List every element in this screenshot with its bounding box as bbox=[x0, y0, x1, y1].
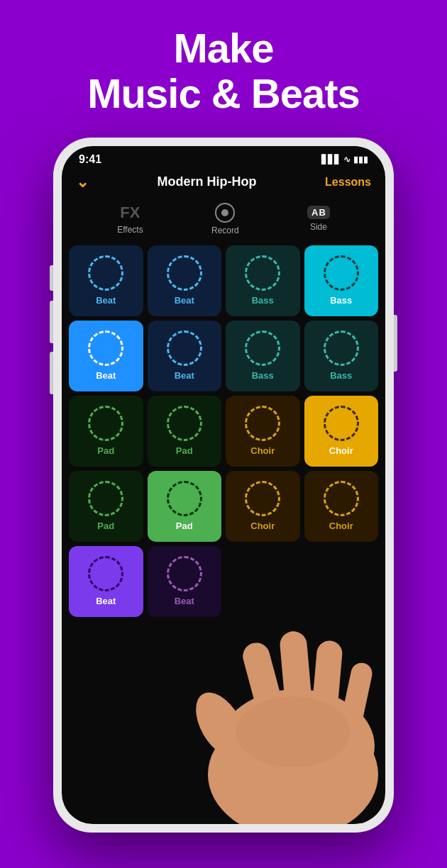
pad-pad-2[interactable]: Pad bbox=[148, 396, 222, 467]
battery-icon: ▮▮▮ bbox=[353, 155, 368, 165]
pad-circle-17 bbox=[88, 556, 123, 591]
pad-circle-12 bbox=[324, 406, 359, 441]
pad-circle-4 bbox=[324, 255, 359, 291]
side-label: Side bbox=[310, 222, 327, 232]
toolbar-side[interactable]: A B Side bbox=[307, 206, 330, 232]
pad-bass-2[interactable]: Bass bbox=[304, 245, 379, 316]
pad-circle-6 bbox=[167, 330, 202, 366]
pad-circle-18 bbox=[167, 556, 202, 591]
pad-circle-13 bbox=[88, 481, 123, 516]
pad-pad-3[interactable]: Pad bbox=[69, 471, 143, 542]
toolbar-effects[interactable]: FX Effects bbox=[117, 204, 143, 235]
pad-label-16: Choir bbox=[329, 521, 353, 531]
pad-label-11: Choir bbox=[250, 445, 275, 456]
svg-point-7 bbox=[236, 696, 350, 767]
pad-choir-2[interactable]: Choir bbox=[304, 396, 379, 467]
pad-circle-11 bbox=[245, 406, 280, 441]
nav-lessons-button[interactable]: Lessons bbox=[325, 176, 371, 189]
pad-circle-7 bbox=[245, 330, 280, 366]
nav-chevron-button[interactable]: ⌄ bbox=[76, 173, 89, 191]
toolbar-record[interactable]: Record bbox=[211, 203, 239, 235]
pad-beat-2[interactable]: Beat bbox=[148, 245, 222, 316]
svg-rect-5 bbox=[337, 661, 374, 742]
pad-beat-1[interactable]: Beat bbox=[69, 245, 143, 316]
svg-point-6 bbox=[219, 689, 375, 803]
pad-choir-1[interactable]: Choir bbox=[226, 396, 300, 467]
pad-circle-5 bbox=[88, 330, 123, 366]
pad-bass-4[interactable]: Bass bbox=[304, 321, 379, 391]
toolbar: FX Effects Record A B Side bbox=[62, 199, 385, 245]
wifi-icon: ∿ bbox=[343, 155, 351, 165]
status-time: 9:41 bbox=[79, 153, 101, 166]
phone-screen: 9:41 ▋▋▋ ∿ ▮▮▮ ⌄ Modern Hip-Hop Lessons … bbox=[62, 146, 385, 824]
pad-bass-3[interactable]: Bass bbox=[226, 321, 300, 391]
pad-circle-14 bbox=[167, 481, 202, 516]
pad-beat-purple-1[interactable]: Beat bbox=[69, 546, 143, 617]
pad-label-9: Pad bbox=[97, 445, 114, 456]
pad-circle-3 bbox=[245, 255, 280, 291]
svg-rect-4 bbox=[310, 640, 343, 734]
svg-point-0 bbox=[208, 711, 378, 824]
pad-label-8: Bass bbox=[330, 370, 352, 381]
pad-label-18: Beat bbox=[175, 596, 194, 606]
pad-beat-4[interactable]: Beat bbox=[148, 321, 222, 391]
svg-rect-3 bbox=[279, 630, 314, 731]
pad-label-15: Choir bbox=[250, 521, 275, 531]
ab-icon: A B bbox=[307, 206, 330, 219]
svg-point-1 bbox=[186, 684, 255, 765]
pad-circle-9 bbox=[88, 406, 123, 441]
pad-pad-4[interactable]: Pad bbox=[148, 471, 222, 542]
pad-circle-10 bbox=[167, 406, 202, 441]
pad-label-5: Beat bbox=[96, 370, 116, 381]
pad-grid: Beat Beat Bass Bass Beat bbox=[62, 245, 385, 617]
side-button-mute bbox=[50, 265, 53, 291]
header-line2: Music & Beats bbox=[87, 70, 359, 116]
side-button-power bbox=[394, 315, 397, 372]
signal-icon: ▋▋▋ bbox=[321, 155, 341, 165]
side-button-volume-down bbox=[50, 352, 53, 394]
phone-frame: 9:41 ▋▋▋ ∿ ▮▮▮ ⌄ Modern Hip-Hop Lessons … bbox=[53, 138, 394, 833]
header-title: Make Music & Beats bbox=[0, 0, 447, 130]
pad-label-7: Bass bbox=[252, 370, 274, 381]
status-icons: ▋▋▋ ∿ ▮▮▮ bbox=[321, 155, 368, 165]
nav-title: Modern Hip-Hop bbox=[158, 174, 257, 189]
record-label: Record bbox=[211, 226, 239, 235]
pad-beat-purple-2[interactable]: Beat bbox=[148, 546, 222, 617]
pad-label-2: Beat bbox=[175, 295, 194, 306]
record-dot bbox=[221, 209, 228, 216]
notch bbox=[174, 146, 273, 166]
svg-rect-2 bbox=[240, 640, 289, 735]
pad-label-13: Pad bbox=[97, 521, 114, 531]
pad-label-3: Bass bbox=[252, 295, 274, 306]
pad-circle-15 bbox=[245, 481, 280, 516]
pad-circle-2 bbox=[167, 255, 202, 291]
pad-beat-3[interactable]: Beat bbox=[69, 321, 143, 391]
pad-circle-8 bbox=[324, 330, 359, 366]
effects-label: Effects bbox=[117, 225, 143, 235]
pad-label-10: Pad bbox=[176, 445, 193, 456]
pad-choir-4[interactable]: Choir bbox=[304, 471, 379, 542]
pad-circle-16 bbox=[324, 481, 359, 516]
pad-pad-1[interactable]: Pad bbox=[69, 396, 143, 467]
nav-bar: ⌄ Modern Hip-Hop Lessons bbox=[62, 169, 385, 199]
pad-label-17: Beat bbox=[96, 596, 116, 606]
header-line1: Make bbox=[173, 25, 273, 71]
pad-label-1: Beat bbox=[96, 295, 116, 306]
pad-label-6: Beat bbox=[175, 370, 194, 381]
pad-label-14: Pad bbox=[176, 521, 193, 531]
record-icon bbox=[215, 203, 235, 223]
pad-label-12: Choir bbox=[329, 445, 353, 456]
pad-bass-1[interactable]: Bass bbox=[226, 245, 300, 316]
side-button-volume-up bbox=[50, 301, 53, 343]
pad-choir-3[interactable]: Choir bbox=[226, 471, 300, 542]
fx-icon: FX bbox=[120, 204, 140, 222]
pad-circle-1 bbox=[88, 255, 123, 291]
pad-label-4: Bass bbox=[330, 295, 352, 306]
phone-wrapper: 9:41 ▋▋▋ ∿ ▮▮▮ ⌄ Modern Hip-Hop Lessons … bbox=[0, 138, 447, 833]
